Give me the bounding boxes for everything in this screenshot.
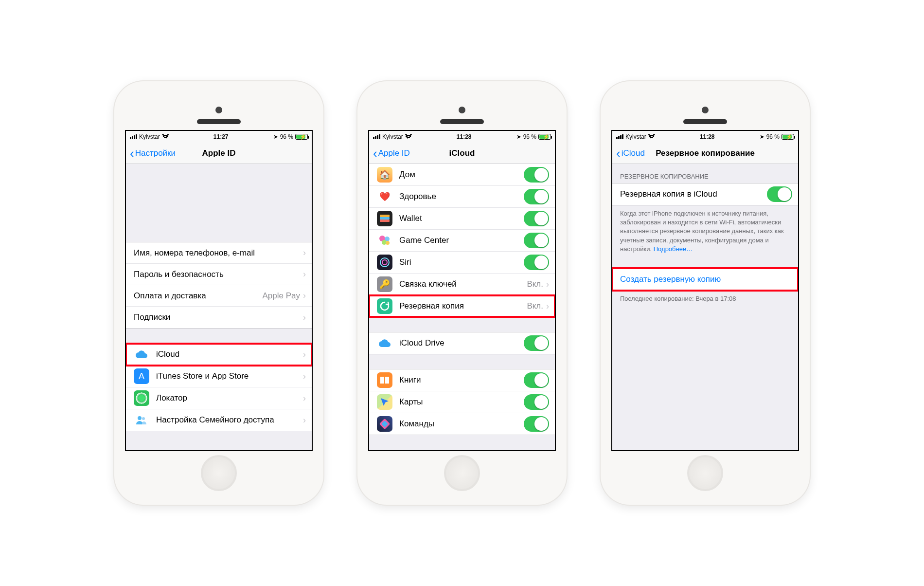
row-books[interactable]: Книги [369,369,555,391]
chevron-left-icon: ‹ [616,147,621,160]
row-subscriptions[interactable]: Подписки › [126,307,312,328]
settings-group-2: iCloud › A iTunes Store и App Store › Ло… [126,343,312,431]
cloud-icon [377,335,392,351]
row-keychain[interactable]: 🔑 Связка ключей Вкл. › [369,274,555,295]
row-icloud-drive[interactable]: iCloud Drive [369,332,555,354]
last-backup-label: Последнее копирование: Вчера в 17:08 [612,291,798,303]
chevron-right-icon: › [303,269,306,279]
battery-text: 96 % [523,133,536,140]
svg-point-9 [380,258,389,267]
icloud-toggles-1: 🏠 Дом ❤️ Здоровье Wallet [369,164,555,317]
toggle-switch[interactable] [524,167,549,183]
toggle-switch[interactable] [524,189,549,204]
back-button[interactable]: ‹ Apple ID [373,147,410,160]
appstore-icon: A [134,368,149,384]
chevron-left-icon: ‹ [373,147,377,160]
nav-bar: ‹ Apple ID iCloud [369,143,555,164]
battery-text: 96 % [766,133,780,140]
toggle-switch[interactable] [524,416,549,432]
chevron-right-icon: › [546,301,549,311]
chevron-right-icon: › [303,349,306,360]
svg-point-8 [386,241,390,245]
row-family-sharing[interactable]: Настройка Семейного доступа › [126,409,312,431]
row-gamecenter[interactable]: Game Center [369,230,555,252]
chevron-left-icon: ‹ [130,147,134,160]
status-time: 11:28 [457,133,472,140]
home-button[interactable] [444,455,480,491]
battery-text: 96 % [280,133,293,140]
cloud-icon [134,347,149,362]
chevron-right-icon: › [303,415,306,425]
screen-3: Kyivstar 11:28 ➤ 96 % ⚡ ‹ iCloud Резервн… [611,130,799,451]
health-icon: ❤️ [377,189,392,204]
toggle-switch[interactable] [524,394,549,410]
chevron-right-icon: › [546,279,549,290]
backup-now-group: Создать резервную копию [612,268,798,291]
carrier-label: Kyivstar [625,133,646,140]
row-wallet[interactable]: Wallet [369,208,555,230]
svg-point-10 [382,260,387,265]
svg-rect-2 [380,215,390,217]
nav-bar: ‹ Настройки Apple ID [126,143,312,164]
location-icon: ➤ [273,133,278,140]
home-button[interactable] [687,455,723,491]
chevron-right-icon: › [303,312,306,323]
row-itunes-appstore[interactable]: A iTunes Store и App Store › [126,366,312,387]
back-label: Apple ID [378,148,410,158]
section-footer: Когда этот iPhone подключен к источнику … [612,205,798,254]
home-icon: 🏠 [377,167,392,183]
wifi-icon [405,134,412,139]
settings-group-1: Имя, номера телефонов, e-mail › Пароль и… [126,242,312,329]
svg-point-0 [138,416,142,420]
row-password-security[interactable]: Пароль и безопасность › [126,264,312,285]
icloud-apps-group: Книги Карты Команды [369,369,555,435]
content-area: Имя, номера телефонов, e-mail › Пароль и… [126,164,312,450]
status-time: 11:27 [213,133,229,140]
row-icloud[interactable]: iCloud › [126,344,312,366]
back-label: iCloud [622,148,645,158]
battery-icon: ⚡ [295,134,308,140]
wifi-icon [162,134,169,139]
toggle-switch[interactable] [524,335,549,351]
gamecenter-icon [377,233,392,248]
learn-more-link[interactable]: Подробнее… [654,245,693,253]
row-health[interactable]: ❤️ Здоровье [369,186,555,208]
location-icon: ➤ [760,133,764,140]
status-bar: Kyivstar 11:27 ➤ 96 % ⚡ [126,131,312,143]
row-findmy[interactable]: Локатор › [126,387,312,409]
maps-icon [377,394,392,410]
row-maps[interactable]: Карты [369,391,555,413]
row-icloud-backup[interactable]: Резервная копия в iCloud [612,183,798,205]
toggle-switch[interactable] [524,211,549,226]
backup-now-button[interactable]: Создать резервную копию [612,269,798,290]
back-button[interactable]: ‹ Настройки [130,147,176,160]
toggle-switch[interactable] [524,372,549,388]
status-bar: Kyivstar 11:28 ➤ 96 % ⚡ [369,131,555,143]
toggle-switch[interactable] [524,233,549,248]
signal-icon [616,134,623,139]
status-time: 11:28 [700,133,715,140]
back-button[interactable]: ‹ iCloud [616,147,645,160]
findmy-icon [134,390,149,406]
family-icon [134,412,149,428]
screen-1: Kyivstar 11:27 ➤ 96 % ⚡ ‹ Настройки Appl… [125,130,313,451]
siri-icon [377,255,392,270]
backup-icon [377,298,392,314]
content-area: РЕЗЕРВНОЕ КОПИРОВАНИЕ Резервная копия в … [612,164,798,450]
row-siri[interactable]: Siri [369,252,555,274]
home-button[interactable] [201,455,237,491]
screen-2: Kyivstar 11:28 ➤ 96 % ⚡ ‹ Apple ID iClou… [368,130,556,451]
svg-rect-3 [380,217,390,220]
carrier-label: Kyivstar [382,133,403,140]
row-payment-shipping[interactable]: Оплата и доставка Apple Pay › [126,285,312,307]
toggle-switch[interactable] [524,255,549,270]
toggle-switch[interactable] [767,186,792,202]
row-backup[interactable]: Резервная копия Вкл. › [369,295,555,317]
row-shortcuts[interactable]: Команды [369,413,555,435]
icloud-drive-group: iCloud Drive [369,332,555,354]
row-home[interactable]: 🏠 Дом [369,164,555,186]
row-name-phone-email[interactable]: Имя, номера телефонов, e-mail › [126,242,312,264]
shortcuts-icon [377,416,392,432]
back-label: Настройки [135,148,176,158]
section-header: РЕЗЕРВНОЕ КОПИРОВАНИЕ [612,173,798,183]
